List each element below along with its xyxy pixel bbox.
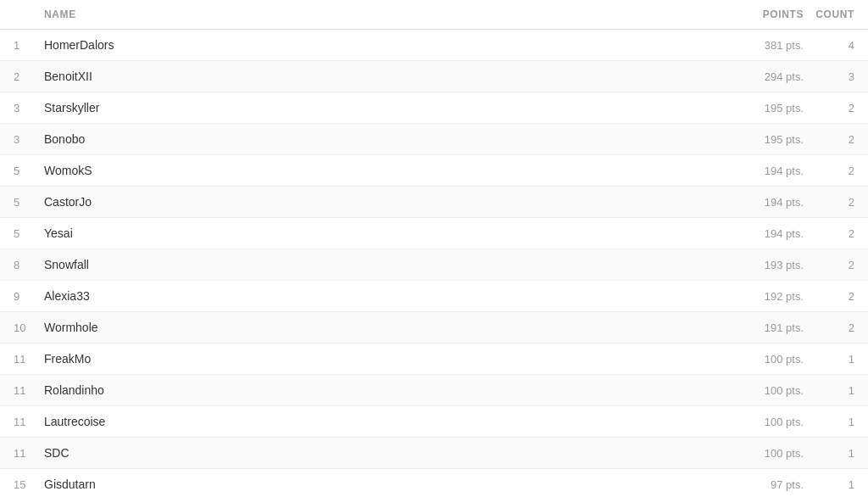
row-rank: 2 [14,70,44,83]
table-row: 11 SDC 100 pts. 1 [0,438,868,469]
table-row: 1 HomerDalors 381 pts. 4 [0,30,868,61]
table-row: 5 CastorJo 194 pts. 2 [0,187,868,218]
row-name: FreakMo [44,352,719,366]
row-count: 2 [804,196,854,209]
row-points: 194 pts. [719,196,804,209]
row-name: Rolandinho [44,383,719,397]
table-row: 8 Snowfall 193 pts. 2 [0,249,868,281]
rows-container: 1 HomerDalors 381 pts. 4 2 BenoitXII 294… [0,30,868,497]
row-points: 100 pts. [719,384,804,397]
row-name: WomokS [44,164,719,177]
row-rank: 3 [14,102,44,114]
points-header: POINTS [719,8,804,20]
row-count: 3 [804,70,854,83]
row-rank: 10 [14,321,44,334]
row-count: 2 [804,165,854,177]
row-count: 2 [804,227,854,240]
row-name: Alexia33 [44,289,719,303]
row-rank: 9 [14,290,44,303]
row-rank: 1 [14,39,44,52]
row-rank: 11 [14,416,44,428]
table-row: 3 Starskyller 195 pts. 2 [0,92,868,124]
row-rank: 8 [14,259,44,271]
row-rank: 5 [14,196,44,209]
row-points: 192 pts. [719,290,804,303]
row-points: 97 pts. [719,478,804,491]
row-count: 2 [804,321,854,334]
row-rank: 5 [14,227,44,240]
name-header: NAME [44,8,719,20]
row-name: Snowfall [44,258,719,271]
table-row: 11 FreakMo 100 pts. 1 [0,343,868,375]
row-rank: 11 [14,447,44,460]
row-count: 1 [804,416,854,428]
row-points: 381 pts. [719,39,804,52]
table-row: 5 WomokS 194 pts. 2 [0,155,868,187]
row-count: 2 [804,102,854,114]
row-rank: 3 [14,133,44,146]
row-name: SDC [44,446,719,460]
row-points: 194 pts. [719,227,804,240]
row-points: 195 pts. [719,102,804,114]
row-count: 1 [804,447,854,460]
leaderboard-table: NAME POINTS COUNT 1 HomerDalors 381 pts.… [0,0,868,497]
row-rank: 5 [14,165,44,177]
count-header: COUNT [804,8,854,20]
row-points: 100 pts. [719,447,804,460]
row-name: CastorJo [44,195,719,209]
row-count: 1 [804,384,854,397]
table-row: 11 Rolandinho 100 pts. 1 [0,375,868,406]
row-name: Starskyller [44,101,719,114]
row-points: 100 pts. [719,353,804,366]
row-name: Wormhole [44,321,719,334]
table-row: 15 Gisdutarn 97 pts. 1 [0,469,868,497]
table-header: NAME POINTS COUNT [0,0,868,30]
row-count: 1 [804,353,854,366]
table-row: 3 Bonobo 195 pts. 2 [0,124,868,155]
row-count: 4 [804,39,854,52]
row-points: 100 pts. [719,416,804,428]
row-name: BenoitXII [44,70,719,83]
row-count: 2 [804,133,854,146]
row-points: 194 pts. [719,165,804,177]
row-name: Gisdutarn [44,477,719,491]
row-count: 2 [804,259,854,271]
row-points: 195 pts. [719,133,804,146]
table-row: 10 Wormhole 191 pts. 2 [0,312,868,343]
table-row: 11 Lautrecoise 100 pts. 1 [0,406,868,438]
table-row: 2 BenoitXII 294 pts. 3 [0,61,868,92]
row-name: Lautrecoise [44,415,719,428]
row-rank: 11 [14,353,44,366]
row-rank: 11 [14,384,44,397]
row-count: 2 [804,290,854,303]
row-rank: 15 [14,478,44,491]
row-count: 1 [804,478,854,491]
table-row: 9 Alexia33 192 pts. 2 [0,281,868,312]
row-name: HomerDalors [44,38,719,52]
row-name: Bonobo [44,132,719,146]
row-points: 193 pts. [719,259,804,271]
table-row: 5 Yesai 194 pts. 2 [0,218,868,249]
row-name: Yesai [44,226,719,240]
row-points: 294 pts. [719,70,804,83]
row-points: 191 pts. [719,321,804,334]
